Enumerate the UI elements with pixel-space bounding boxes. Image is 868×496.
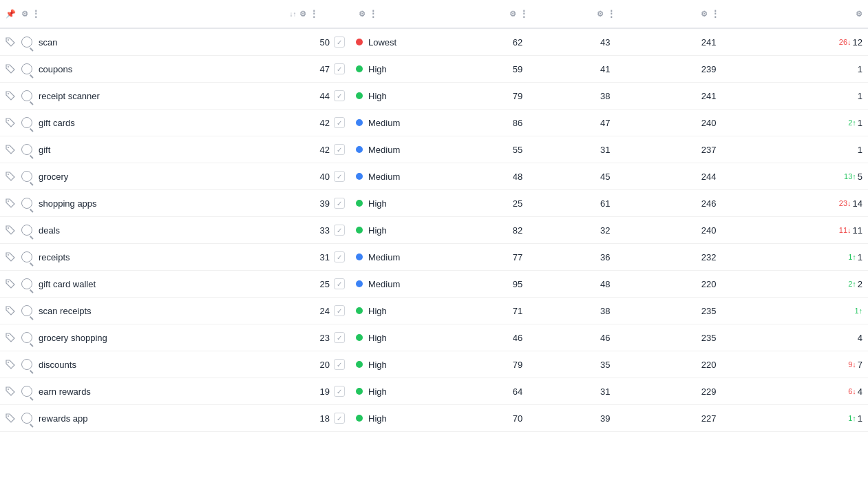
check-icon[interactable]: ✓ xyxy=(334,413,345,424)
rank-change: 6↓ xyxy=(848,387,856,395)
relevancy-cell-11: High xyxy=(350,324,478,351)
check-icon[interactable]: ✓ xyxy=(334,117,345,128)
search-icon-btn[interactable] xyxy=(21,36,33,48)
tag-icon xyxy=(6,279,15,289)
th-relevancy-menu[interactable]: ⋮ xyxy=(368,8,378,19)
th-difficulty-filter[interactable]: ⚙ xyxy=(597,10,604,19)
ranked-apps-cell-0: 241 xyxy=(653,28,765,56)
th-volume-menu[interactable]: ⋮ xyxy=(309,8,319,19)
search-icon-btn[interactable] xyxy=(21,304,33,317)
ranked-apps-cell-8: 232 xyxy=(653,244,765,271)
tag-icon xyxy=(6,413,15,423)
ranked-apps-cell-14: 227 xyxy=(653,405,765,432)
th-chance-filter[interactable]: ⚙ xyxy=(509,10,516,19)
check-icon[interactable]: ✓ xyxy=(334,359,345,370)
rank-current: 2 xyxy=(858,279,862,289)
ranked-apps-cell-10: 235 xyxy=(653,298,765,324)
search-icon xyxy=(21,278,32,289)
search-icon xyxy=(21,386,32,397)
relevancy-label: Medium xyxy=(368,118,400,128)
check-icon[interactable]: ✓ xyxy=(334,90,345,101)
search-icon-btn[interactable] xyxy=(21,197,33,209)
th-rank-filter[interactable]: ⚙ xyxy=(856,10,862,19)
search-icon xyxy=(21,332,32,343)
relevancy-dot xyxy=(356,254,363,260)
check-icon[interactable]: ✓ xyxy=(334,251,345,262)
check-icon[interactable]: ✓ xyxy=(334,198,345,209)
svg-point-11 xyxy=(8,335,9,336)
search-icon-btn[interactable] xyxy=(21,385,33,397)
difficulty-cell-5: 45 xyxy=(558,163,653,190)
th-difficulty-menu[interactable]: ⋮ xyxy=(606,8,616,19)
check-icon[interactable]: ✓ xyxy=(334,332,345,343)
relevancy-dot xyxy=(356,361,363,368)
ranked-apps-value: 246 xyxy=(701,198,717,209)
volume-value: 39 xyxy=(313,198,330,209)
relevancy-dot xyxy=(356,119,363,126)
search-icon-btn[interactable] xyxy=(21,251,33,263)
rank-current: 12 xyxy=(853,37,862,48)
keyword-cell-11: grocery shopping xyxy=(0,324,255,351)
volume-value: 44 xyxy=(313,91,330,101)
chance-cell-9: 95 xyxy=(478,271,558,298)
volume-cell-3: 42 ✓ xyxy=(255,110,350,136)
check-icon[interactable]: ✓ xyxy=(334,171,345,182)
th-keyword-menu[interactable]: ⋮ xyxy=(31,8,41,19)
relevancy-label: High xyxy=(368,64,387,74)
th-ranked-apps-menu[interactable]: ⋮ xyxy=(710,8,720,19)
keyword-text: grocery xyxy=(39,172,249,182)
search-icon-btn[interactable] xyxy=(21,63,33,75)
search-icon-btn[interactable] xyxy=(21,331,33,344)
check-icon[interactable]: ✓ xyxy=(334,278,345,289)
relevancy-label: Medium xyxy=(368,172,400,182)
check-icon[interactable]: ✓ xyxy=(334,37,345,48)
search-icon-btn[interactable] xyxy=(21,90,33,102)
search-icon-btn[interactable] xyxy=(21,224,33,236)
difficulty-cell-10: 38 xyxy=(558,298,653,324)
th-keyword-filter[interactable]: ⚙ xyxy=(21,10,28,19)
relevancy-dot xyxy=(356,92,363,99)
th-chance-menu[interactable]: ⋮ xyxy=(519,8,529,19)
rank-cell-12: 9↓ 7 xyxy=(765,351,868,378)
difficulty-value: 38 xyxy=(600,91,610,101)
rank-cell-7: 11↓ 11 xyxy=(765,217,868,244)
difficulty-cell-2: 38 xyxy=(558,83,653,110)
ranked-apps-value: 232 xyxy=(701,252,717,262)
search-icon xyxy=(21,144,32,155)
keyword-text: coupons xyxy=(39,64,249,74)
th-relevancy-filter[interactable]: ⚙ xyxy=(359,10,366,19)
difficulty-value: 46 xyxy=(600,333,610,343)
keyword-cell-14: rewards app xyxy=(0,405,255,432)
check-icon[interactable]: ✓ xyxy=(334,225,345,236)
svg-point-0 xyxy=(8,39,9,41)
th-relevancy: ⚙ ⋮ xyxy=(350,0,478,28)
search-icon-btn[interactable] xyxy=(21,278,33,290)
difficulty-cell-14: 39 xyxy=(558,405,653,432)
rank-change: 1↑ xyxy=(848,414,856,422)
keywords-table-container: 📌 ⚙ ⋮ ↓↑ ⚙ ⋮ xyxy=(0,0,868,432)
th-volume-sort[interactable]: ↓↑ xyxy=(290,10,297,18)
rank-current: 5 xyxy=(858,172,862,182)
check-icon[interactable]: ✓ xyxy=(334,305,345,316)
search-icon-btn[interactable] xyxy=(21,170,33,183)
keyword-cell-7: deals xyxy=(0,217,255,244)
chance-value: 95 xyxy=(513,279,522,289)
table-row: gift card wallet 25 ✓ Medium 95482202↑ 2 xyxy=(0,271,868,298)
tag-icon xyxy=(6,225,15,235)
search-icon-btn[interactable] xyxy=(21,358,33,371)
ranked-apps-value: 241 xyxy=(701,91,717,101)
search-icon-btn[interactable] xyxy=(21,116,33,129)
check-icon[interactable]: ✓ xyxy=(334,144,345,155)
difficulty-value: 48 xyxy=(600,279,610,289)
th-volume-filter[interactable]: ⚙ xyxy=(299,10,306,19)
relevancy-cell-12: High xyxy=(350,351,478,378)
search-icon-btn[interactable] xyxy=(21,412,33,424)
check-icon[interactable]: ✓ xyxy=(334,386,345,397)
check-icon[interactable]: ✓ xyxy=(334,63,345,74)
volume-cell-12: 20 ✓ xyxy=(255,351,350,378)
search-icon-btn[interactable] xyxy=(21,143,33,156)
tag-icon xyxy=(6,145,15,154)
chance-value: 25 xyxy=(513,198,522,209)
th-ranked-apps-filter[interactable]: ⚙ xyxy=(701,10,708,19)
keyword-text: receipts xyxy=(39,252,249,262)
